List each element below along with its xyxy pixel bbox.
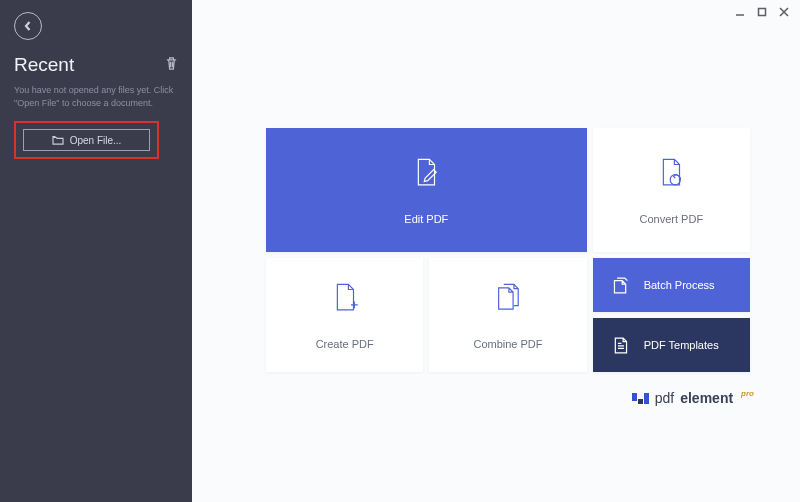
brand-logo: pdfelementpro [632, 390, 754, 406]
minimize-icon [735, 7, 745, 17]
batch-process-tile[interactable]: Batch Process [593, 258, 750, 312]
edit-pdf-label: Edit PDF [404, 213, 448, 225]
recent-hint: You have not opened any files yet. Click… [14, 84, 178, 109]
chevron-left-icon [23, 21, 33, 31]
combine-pdf-tile[interactable]: Combine PDF [429, 258, 586, 372]
brand-text-bold: element [680, 390, 733, 406]
edit-pdf-tile[interactable]: Edit PDF [266, 128, 587, 252]
create-pdf-label: Create PDF [316, 338, 374, 350]
window-controls [734, 6, 790, 18]
maximize-icon [757, 7, 767, 17]
delete-recent-button[interactable] [165, 56, 178, 75]
convert-pdf-tile[interactable]: Convert PDF [593, 128, 750, 252]
convert-pdf-icon [654, 155, 688, 191]
main-area: Edit PDF Convert PDF Create PDF Combine … [192, 0, 800, 502]
app-window: Recent You have not opened any files yet… [0, 0, 800, 502]
convert-pdf-label: Convert PDF [640, 213, 704, 225]
pdf-templates-icon [611, 335, 630, 355]
open-file-label: Open File... [70, 135, 122, 146]
tile-grid: Edit PDF Convert PDF Create PDF Combine … [266, 128, 750, 372]
batch-process-label: Batch Process [644, 279, 715, 291]
brand-pro-badge: pro [741, 389, 754, 398]
recent-header: Recent [14, 54, 178, 76]
pdf-templates-label: PDF Templates [644, 339, 719, 351]
maximize-button[interactable] [756, 6, 768, 18]
brand-text-light: pdf [655, 390, 674, 406]
combine-pdf-label: Combine PDF [473, 338, 542, 350]
folder-open-icon [52, 135, 64, 145]
create-pdf-tile[interactable]: Create PDF [266, 258, 423, 372]
tutorial-highlight: Open File... [14, 121, 159, 159]
open-file-button[interactable]: Open File... [23, 129, 150, 151]
close-icon [779, 7, 789, 17]
recent-title: Recent [14, 54, 74, 76]
svg-rect-0 [759, 9, 766, 16]
minimize-button[interactable] [734, 6, 746, 18]
batch-process-icon [611, 275, 630, 295]
combine-pdf-icon [491, 280, 525, 316]
sidebar: Recent You have not opened any files yet… [0, 0, 192, 502]
brand-mark-icon [632, 393, 649, 404]
close-button[interactable] [778, 6, 790, 18]
pdf-templates-tile[interactable]: PDF Templates [593, 318, 750, 372]
edit-pdf-icon [409, 155, 443, 191]
create-pdf-icon [328, 280, 362, 316]
side-tile-stack: Batch Process PDF Templates [593, 258, 750, 372]
back-button[interactable] [14, 12, 42, 40]
trash-icon [165, 56, 178, 71]
